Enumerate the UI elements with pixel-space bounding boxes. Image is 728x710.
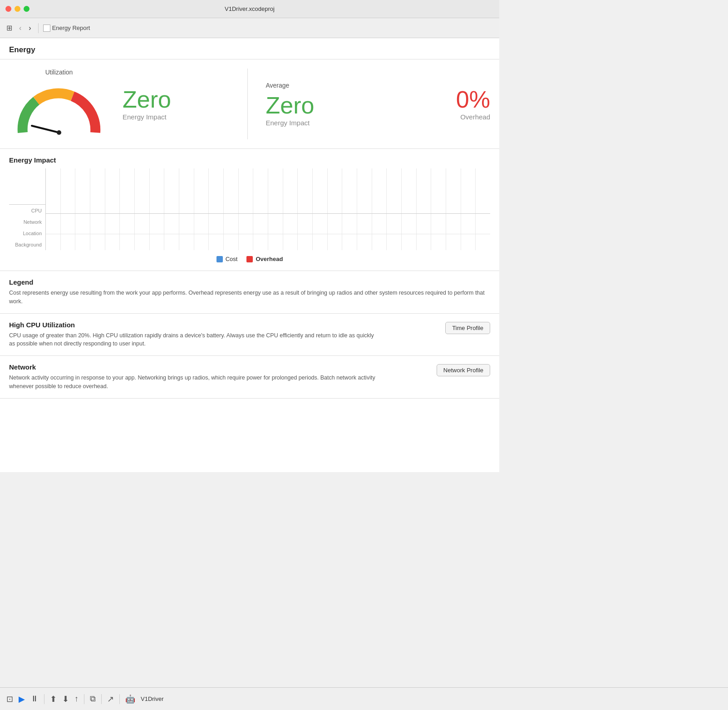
minimize-button[interactable] <box>15 6 20 12</box>
gauge-container: Utilization <box>9 69 109 139</box>
legend-cost-color <box>216 256 223 262</box>
forward-button[interactable]: › <box>26 23 33 33</box>
chart-y-labels: CPU Network Location Background <box>9 168 45 250</box>
row-label-background: Background <box>9 239 45 250</box>
toolbar: ⊞ ‹ › Energy Report <box>0 18 499 38</box>
high-cpu-title: High CPU Utilization <box>9 321 436 329</box>
chart-area: CPU Network Location Background <box>9 168 490 250</box>
high-cpu-text-block: High CPU Utilization CPU usage of greate… <box>9 321 436 349</box>
utilization-left: Utilization Zero <box>9 69 248 139</box>
average-energy-block: Average Zero Energy Impact <box>266 82 315 127</box>
chart-section: Energy Impact CPU Network Location Backg… <box>0 149 499 271</box>
current-impact-value: Zero <box>123 88 171 111</box>
high-cpu-section: High CPU Utilization CPU usage of greate… <box>0 314 499 356</box>
legend-overhead-item: Overhead <box>246 256 283 262</box>
legend-cost-label: Cost <box>226 256 238 262</box>
network-profile-button[interactable]: Network Profile <box>437 364 490 376</box>
time-profile-button[interactable]: Time Profile <box>445 322 490 334</box>
close-button[interactable] <box>5 6 11 12</box>
chart-title: Energy Impact <box>9 156 490 164</box>
overhead-value: 0% <box>456 88 490 111</box>
overhead-label: Overhead <box>460 113 490 121</box>
legend-cost-item: Cost <box>216 256 238 262</box>
avg-impact-value: Zero <box>266 94 315 117</box>
breadcrumb-file-icon <box>43 25 50 32</box>
network-section: Network Network activity occurring in re… <box>0 356 499 399</box>
network-description: Network activity occurring in response t… <box>9 374 381 391</box>
avg-impact-label: Energy Impact <box>266 119 315 127</box>
legend-section: Legend Cost represents energy use result… <box>0 271 499 314</box>
network-title: Network <box>9 363 428 371</box>
current-energy-impact: Zero Energy Impact <box>123 88 171 121</box>
legend-section-title: Legend <box>9 278 490 286</box>
maximize-button[interactable] <box>24 6 30 12</box>
main-content: Energy Utilization <box>0 38 499 472</box>
energy-section-title: Energy <box>9 45 35 54</box>
utilization-right: Average Zero Energy Impact 0% Overhead <box>248 69 491 139</box>
chart-rows <box>46 214 490 250</box>
window-title: V1Driver.xcodeproj <box>225 5 275 12</box>
back-button[interactable]: ‹ <box>17 23 24 33</box>
breadcrumb-label: Energy Report <box>52 25 90 31</box>
breadcrumb: Energy Report <box>43 25 90 32</box>
svg-point-1 <box>57 130 61 135</box>
gauge-svg <box>9 80 109 139</box>
utilization-section: Utilization Zero <box>0 59 499 149</box>
high-cpu-description: CPU usage of greater than 20%. High CPU … <box>9 331 381 349</box>
title-bar: V1Driver.xcodeproj <box>0 0 499 18</box>
toolbar-separator <box>38 23 39 33</box>
overhead-block: 0% Overhead <box>456 88 490 121</box>
row-label-network: Network <box>9 216 45 227</box>
chart-row-network <box>46 234 490 250</box>
utilization-label: Utilization <box>45 69 73 76</box>
network-text-block: Network Network activity occurring in re… <box>9 363 428 391</box>
row-label-location: Location <box>9 227 45 239</box>
legend-section-text: Cost represents energy use resulting fro… <box>9 289 490 306</box>
chart-top-area <box>46 168 490 214</box>
chart-row-cpu <box>46 214 490 234</box>
legend-overhead-label: Overhead <box>256 256 283 262</box>
grid-icon[interactable]: ⊞ <box>5 22 14 34</box>
traffic-lights <box>5 6 30 12</box>
energy-header: Energy <box>0 38 499 59</box>
current-impact-label: Energy Impact <box>123 113 171 121</box>
row-label-cpu: CPU <box>9 205 45 216</box>
average-label: Average <box>266 82 315 89</box>
chart-legend: Cost Overhead <box>9 250 490 266</box>
svg-line-0 <box>32 126 59 133</box>
legend-overhead-color <box>246 256 253 262</box>
chart-grid <box>45 168 490 250</box>
